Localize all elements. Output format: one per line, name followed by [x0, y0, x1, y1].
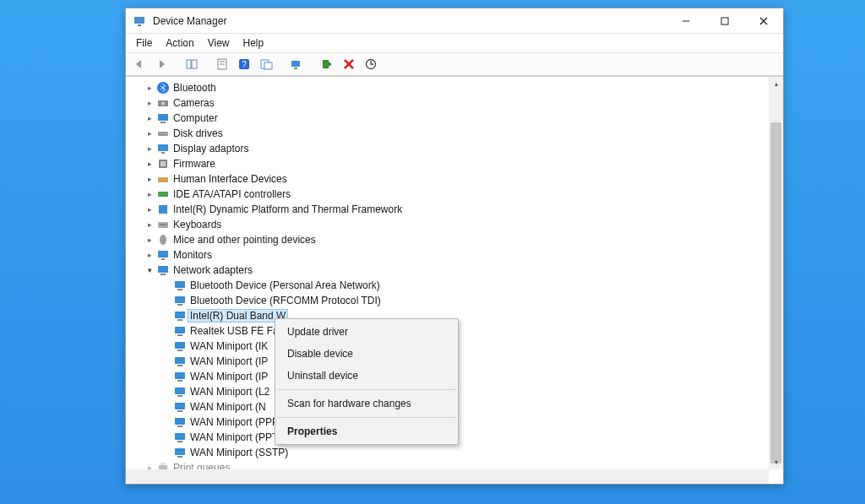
tree-category-network[interactable]: ▾Network adapters	[126, 263, 769, 278]
scan-hardware-button[interactable]	[361, 55, 381, 73]
menu-help[interactable]: Help	[237, 35, 271, 51]
show-hide-tree-button[interactable]	[182, 55, 202, 73]
chevron-right-icon[interactable]: ▸	[144, 83, 155, 93]
tree-category[interactable]: ▸Mice and other pointing devices	[126, 232, 769, 247]
tree-item[interactable]: ·Bluetooth Device (RFCOMM Protocol TDI)	[126, 293, 769, 308]
chevron-right-icon[interactable]: ▸	[144, 128, 155, 138]
tree-category[interactable]: ▸Keyboards	[126, 217, 769, 232]
tree-category[interactable]: ▸Cameras	[126, 95, 769, 111]
chevron-right-icon[interactable]: ▸	[144, 204, 155, 214]
svg-rect-56	[175, 387, 185, 394]
menu-file[interactable]: File	[129, 35, 159, 51]
scroll-down-button[interactable]: ▾	[769, 455, 783, 469]
svg-rect-15	[291, 61, 300, 67]
help-button[interactable]: ?	[234, 55, 254, 73]
tree-label: Print queues	[173, 462, 230, 469]
ctx-update-driver[interactable]: Update driver	[275, 321, 458, 343]
svg-rect-14	[264, 62, 272, 69]
chevron-right-icon[interactable]: ▸	[144, 144, 155, 154]
forward-button[interactable]	[151, 55, 171, 73]
maximize-button[interactable]	[705, 8, 744, 33]
network-adapter-icon	[173, 431, 187, 444]
svg-rect-40	[158, 266, 168, 273]
update-driver-button[interactable]	[286, 55, 307, 73]
chevron-right-icon[interactable]: ▸	[144, 98, 155, 108]
tree-category[interactable]: ▸Intel(R) Dynamic Platform and Thermal F…	[126, 202, 769, 217]
properties-button[interactable]	[212, 55, 232, 73]
keyboard-icon	[156, 218, 170, 231]
scroll-thumb[interactable]	[770, 122, 781, 463]
display-adapter-icon	[156, 142, 170, 155]
tree-category[interactable]: ▸Monitors	[126, 247, 769, 263]
svg-rect-63	[177, 441, 182, 442]
window-controls	[666, 8, 783, 33]
svg-rect-1	[138, 24, 141, 26]
chevron-right-icon[interactable]: ▸	[144, 113, 155, 123]
network-adapter-icon	[173, 309, 187, 322]
tree-label: Disk drives	[173, 127, 223, 139]
tree-label: Mice and other pointing devices	[173, 234, 316, 246]
svg-rect-39	[161, 258, 165, 260]
ctx-separator	[277, 389, 456, 390]
tree-label: Bluetooth Device (Personal Area Network)	[190, 279, 380, 291]
chevron-right-icon[interactable]: ▸	[144, 235, 155, 245]
tree-label: WAN Miniport (IK	[190, 340, 268, 352]
network-adapter-icon	[173, 446, 187, 459]
menu-action[interactable]: Action	[159, 35, 200, 51]
tree-label: Intel(R) Dynamic Platform and Thermal Fr…	[173, 203, 402, 215]
bluetooth-icon	[156, 81, 170, 95]
chevron-right-icon[interactable]: ▸	[144, 219, 155, 230]
enable-device-button[interactable]	[317, 55, 337, 73]
back-button[interactable]	[129, 55, 150, 73]
svg-rect-29	[161, 152, 165, 154]
chevron-right-icon[interactable]: ▸	[144, 463, 155, 469]
svg-rect-44	[175, 296, 185, 303]
svg-rect-46	[175, 312, 185, 318]
tree-category[interactable]: ▸Computer	[126, 111, 769, 126]
tree-category[interactable]: ▸Display adaptors	[126, 141, 769, 156]
uninstall-device-button[interactable]	[339, 55, 359, 73]
ctx-properties[interactable]: Properties	[275, 420, 458, 442]
chevron-right-icon[interactable]: ▸	[144, 174, 155, 184]
tree-category[interactable]: ▸Firmware	[126, 156, 769, 171]
tree-item[interactable]: ·Bluetooth Device (Personal Area Network…	[126, 278, 769, 293]
tree-item[interactable]: ·WAN Miniport (SSTP)	[126, 445, 769, 460]
hid-icon	[156, 172, 170, 186]
network-adapter-icon	[173, 370, 187, 383]
svg-rect-42	[175, 281, 185, 288]
close-button[interactable]	[744, 8, 783, 33]
svg-rect-52	[175, 357, 185, 364]
chevron-right-icon[interactable]: ▸	[144, 189, 155, 199]
svg-rect-33	[158, 192, 168, 197]
chevron-down-icon[interactable]: ▾	[144, 265, 155, 275]
ctx-scan-hardware[interactable]: Scan for hardware changes	[275, 393, 458, 415]
action-button[interactable]	[256, 55, 276, 73]
chevron-right-icon[interactable]: ▸	[144, 159, 155, 169]
menu-view[interactable]: View	[201, 35, 237, 51]
svg-rect-16	[294, 68, 297, 69]
tree-category[interactable]: ▸IDE ATA/ATAPI controllers	[126, 187, 769, 202]
svg-rect-53	[177, 365, 182, 366]
network-adapter-icon	[173, 294, 187, 307]
svg-rect-41	[160, 274, 166, 275]
tree-category[interactable]: ▸Print queues	[126, 460, 769, 469]
scroll-up-button[interactable]: ▴	[769, 77, 783, 91]
toolbar: ?	[126, 52, 783, 76]
chevron-right-icon[interactable]: ▸	[144, 250, 155, 260]
tree-label: WAN Miniport (IP	[190, 371, 268, 382]
ctx-disable-device[interactable]: Disable device	[275, 343, 458, 365]
svg-rect-6	[187, 60, 191, 68]
svg-rect-47	[177, 319, 182, 321]
vertical-scrollbar[interactable]: ▴ ▾	[769, 77, 783, 469]
tree-category[interactable]: ▸Human Interface Devices	[126, 171, 769, 187]
minimize-button[interactable]	[666, 8, 705, 33]
tree-category[interactable]: ▸Disk drives	[126, 126, 769, 141]
window-title: Device Manager	[153, 15, 666, 27]
tree-category[interactable]: ▸Bluetooth	[126, 80, 769, 95]
svg-rect-45	[177, 304, 182, 306]
svg-rect-3	[721, 18, 728, 24]
ctx-uninstall-device[interactable]: Uninstall device	[275, 365, 458, 387]
horizontal-scrollbar[interactable]	[126, 469, 769, 484]
firmware-icon	[156, 157, 170, 171]
svg-rect-7	[192, 60, 197, 68]
